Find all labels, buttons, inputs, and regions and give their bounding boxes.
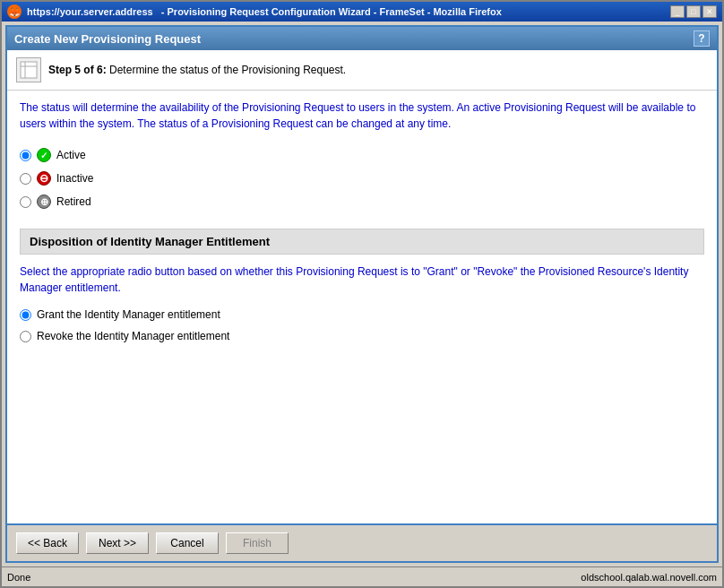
status-bar-server: oldschool.qalab.wal.novell.com <box>581 572 717 583</box>
svg-rect-0 <box>21 62 37 78</box>
back-button[interactable]: << Back <box>16 532 79 554</box>
disposition-header: Disposition of Identity Manager Entitlem… <box>20 229 704 255</box>
step-text: Step 5 of 6: Determine the status of the… <box>48 64 346 76</box>
firefox-icon: 🦊 <box>7 4 22 19</box>
disposition-description: Select the appropriate radio button base… <box>20 264 704 296</box>
maximize-button[interactable]: □ <box>686 5 701 18</box>
title-bar: 🦊 https://your.server.address - Provisio… <box>2 2 722 22</box>
retired-option[interactable]: ⊕ Retired <box>20 193 704 211</box>
status-description: The status will determine the availabili… <box>20 99 704 132</box>
retired-icon: ⊕ <box>37 195 51 209</box>
panel-header: Create New Provisioning Request ? <box>7 27 717 50</box>
inactive-label: Inactive <box>56 172 93 185</box>
title-bar-left: 🦊 https://your.server.address - Provisio… <box>7 4 502 19</box>
revoke-label: Revoke the Identity Manager entitlement <box>37 330 229 342</box>
finish-button: Finish <box>226 532 289 554</box>
step-icon <box>16 57 41 82</box>
active-icon: ✓ <box>37 148 51 162</box>
grant-radio[interactable] <box>20 309 31 321</box>
revoke-option[interactable]: Revoke the Identity Manager entitlement <box>20 328 704 344</box>
active-radio[interactable] <box>20 150 31 161</box>
status-section: ✓ Active ⊖ Inactive ⊕ Retired <box>20 146 704 211</box>
button-bar: << Back Next >> Cancel Finish <box>7 523 717 561</box>
window-controls[interactable]: _ □ ✕ <box>670 5 717 18</box>
step-info: Step 5 of 6: Determine the status of the… <box>7 50 717 91</box>
inactive-icon: ⊖ <box>37 171 51 186</box>
retired-label: Retired <box>56 195 91 208</box>
next-button[interactable]: Next >> <box>86 532 149 554</box>
inactive-option[interactable]: ⊖ Inactive <box>20 169 704 187</box>
status-bar-done: Done <box>7 572 30 583</box>
help-button[interactable]: ? <box>694 30 710 47</box>
main-area: Create New Provisioning Request ? Step 5… <box>2 22 722 566</box>
revoke-radio[interactable] <box>20 331 31 342</box>
cancel-button[interactable]: Cancel <box>156 532 219 554</box>
panel-title: Create New Provisioning Request <box>14 32 201 46</box>
wizard-panel: Create New Provisioning Request ? Step 5… <box>5 25 719 563</box>
active-option[interactable]: ✓ Active <box>20 146 704 164</box>
inactive-radio[interactable] <box>20 173 31 185</box>
close-button[interactable]: ✕ <box>702 5 717 18</box>
browser-title: https://your.server.address - Provisioni… <box>27 6 502 17</box>
retired-radio[interactable] <box>20 196 31 208</box>
minimize-button[interactable]: _ <box>670 5 685 18</box>
active-label: Active <box>56 149 86 161</box>
grant-label: Grant the Identity Manager entitlement <box>37 308 220 321</box>
status-bar: Done oldschool.qalab.wal.novell.com <box>2 566 722 586</box>
browser-window: 🦊 https://your.server.address - Provisio… <box>0 0 724 588</box>
wizard-content: The status will determine the availabili… <box>7 91 717 523</box>
grant-option[interactable]: Grant the Identity Manager entitlement <box>20 307 704 323</box>
